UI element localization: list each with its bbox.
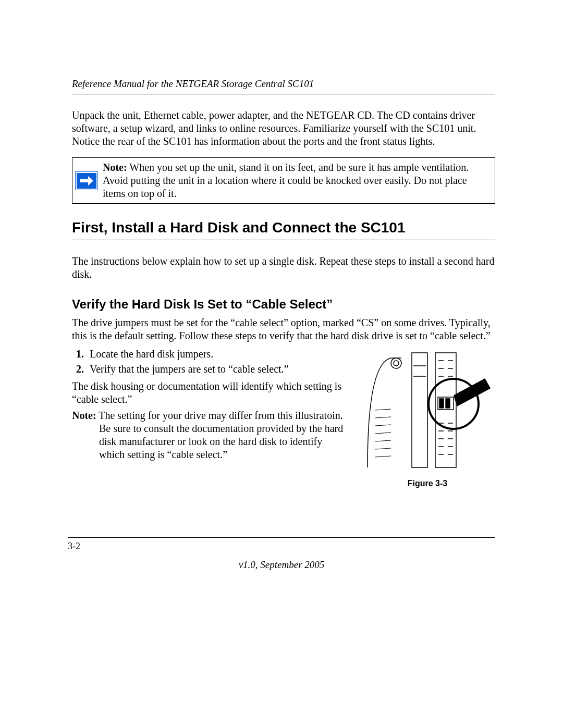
version-footer: v1.0, September 2005 bbox=[0, 559, 563, 571]
svg-line-30 bbox=[375, 417, 391, 418]
note-text: Note: When you set up the unit, stand it… bbox=[101, 158, 495, 203]
note-body: When you set up the unit, stand it on it… bbox=[103, 162, 469, 199]
running-header: Reference Manual for the NETGEAR Storage… bbox=[72, 78, 495, 94]
inline-note: Note: The setting for your drive may dif… bbox=[72, 409, 349, 461]
steps-list: Locate the hard disk jumpers. Verify tha… bbox=[72, 348, 349, 376]
svg-line-32 bbox=[375, 433, 391, 434]
subsection-heading: Verify the Hard Disk Is Set to “Cable Se… bbox=[72, 297, 495, 312]
svg-line-34 bbox=[375, 448, 391, 449]
svg-line-33 bbox=[375, 440, 391, 441]
note-box: Note: When you set up the unit, stand it… bbox=[72, 157, 495, 204]
intro-paragraph: Unpack the unit, Ethernet cable, power a… bbox=[72, 109, 495, 148]
svg-line-35 bbox=[375, 456, 391, 457]
figure-illustration bbox=[362, 348, 493, 470]
note-icon-cell bbox=[72, 158, 101, 203]
after-steps-paragraph: The disk housing or documentation will i… bbox=[72, 380, 349, 406]
svg-line-29 bbox=[375, 409, 391, 410]
page: Reference Manual for the NETGEAR Storage… bbox=[0, 0, 563, 728]
svg-marker-1 bbox=[88, 176, 93, 186]
svg-rect-25 bbox=[439, 399, 444, 408]
svg-rect-4 bbox=[412, 353, 427, 467]
step-item: Verify that the jumpers are set to “cabl… bbox=[87, 363, 349, 376]
svg-point-3 bbox=[394, 361, 399, 366]
arrow-right-icon bbox=[76, 172, 97, 190]
svg-rect-26 bbox=[446, 399, 450, 408]
left-column: Locate the hard disk jumpers. Verify tha… bbox=[72, 348, 349, 489]
page-number: 3-2 bbox=[68, 541, 80, 552]
svg-marker-27 bbox=[454, 379, 490, 406]
inline-note-body: The setting for your drive may differ fr… bbox=[96, 410, 344, 460]
body: Unpack the unit, Ethernet cable, power a… bbox=[72, 109, 495, 489]
svg-rect-0 bbox=[80, 179, 88, 182]
section-intro: The instructions below explain how to se… bbox=[72, 255, 495, 281]
svg-line-31 bbox=[375, 425, 391, 426]
section-heading: First, Install a Hard Disk and Connect t… bbox=[72, 218, 495, 240]
figure-caption: Figure 3-3 bbox=[360, 478, 495, 489]
two-column-layout: Locate the hard disk jumpers. Verify tha… bbox=[72, 348, 495, 489]
note-label: Note: bbox=[103, 162, 127, 173]
svg-rect-7 bbox=[435, 353, 456, 467]
step-item: Locate the hard disk jumpers. bbox=[87, 348, 349, 361]
inline-note-label: Note: bbox=[72, 410, 96, 421]
subsection-intro: The drive jumpers must be set for the “c… bbox=[72, 316, 495, 342]
right-column: Figure 3-3 bbox=[360, 348, 495, 489]
svg-point-2 bbox=[391, 358, 401, 368]
footer-rule bbox=[68, 537, 495, 538]
